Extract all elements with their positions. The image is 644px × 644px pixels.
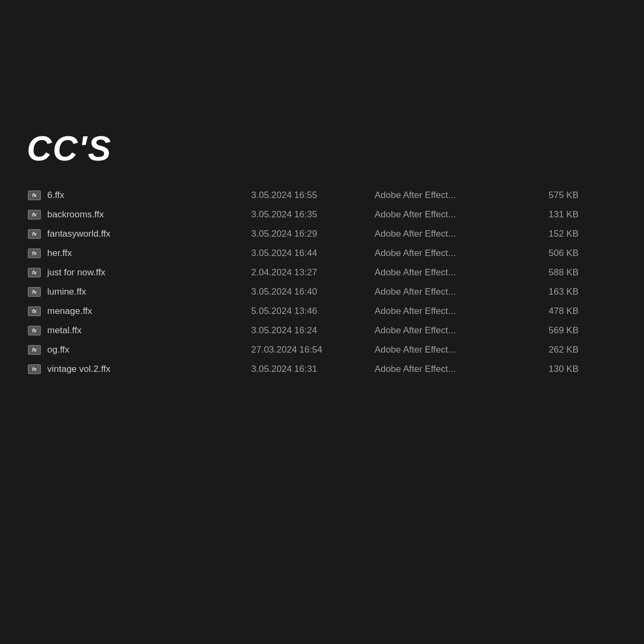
file-row[interactable]: fx og.ffx 27.03.2024 16:54 Adobe After E… [27, 340, 617, 360]
file-type: Adobe After Effect... [375, 287, 525, 297]
file-size: 506 KB [525, 248, 579, 259]
file-name: vintage vol.2.ffx [47, 364, 251, 375]
file-name: backrooms.ffx [47, 209, 251, 220]
fx-icon: fx [28, 287, 41, 297]
file-date: 2.04.2024 13:27 [251, 267, 375, 278]
file-date: 3.05.2024 16:31 [251, 364, 375, 375]
file-name: her.ffx [47, 248, 251, 259]
file-type: Adobe After Effect... [375, 209, 525, 220]
file-date: 3.05.2024 16:44 [251, 248, 375, 259]
file-icon: fx [27, 209, 42, 221]
fx-icon: fx [28, 345, 41, 355]
file-size: 262 KB [525, 345, 579, 355]
file-row[interactable]: fx vintage vol.2.ffx 3.05.2024 16:31 Ado… [27, 360, 617, 379]
file-icon: fx [27, 363, 42, 375]
file-name: just for now.ffx [47, 267, 251, 278]
file-list: fx 6.ffx 3.05.2024 16:55 Adobe After Eff… [27, 186, 617, 379]
file-date: 5.05.2024 13:46 [251, 306, 375, 317]
file-date: 3.05.2024 16:35 [251, 209, 375, 220]
fx-icon: fx [28, 306, 41, 316]
file-name: og.ffx [47, 345, 251, 355]
file-size: 131 KB [525, 209, 579, 220]
page-title: CC'S [27, 129, 617, 169]
file-row[interactable]: fx 6.ffx 3.05.2024 16:55 Adobe After Eff… [27, 186, 617, 205]
file-name: metal.ffx [47, 325, 251, 336]
file-size: 588 KB [525, 267, 579, 278]
file-type: Adobe After Effect... [375, 267, 525, 278]
main-container: CC'S fx 6.ffx 3.05.2024 16:55 Adobe Afte… [0, 0, 644, 379]
file-row[interactable]: fx menage.ffx 5.05.2024 13:46 Adobe Afte… [27, 302, 617, 321]
fx-icon: fx [28, 364, 41, 374]
file-row[interactable]: fx metal.ffx 3.05.2024 16:24 Adobe After… [27, 321, 617, 340]
file-icon: fx [27, 344, 42, 356]
file-date: 3.05.2024 16:40 [251, 287, 375, 297]
file-date: 3.05.2024 16:55 [251, 190, 375, 201]
file-type: Adobe After Effect... [375, 306, 525, 317]
file-row[interactable]: fx just for now.ffx 2.04.2024 13:27 Adob… [27, 263, 617, 282]
file-date: 3.05.2024 16:29 [251, 229, 375, 239]
fx-icon: fx [28, 268, 41, 277]
file-size: 152 KB [525, 229, 579, 239]
file-name: fantasyworld.ffx [47, 229, 251, 239]
file-icon: fx [27, 189, 42, 201]
file-date: 3.05.2024 16:24 [251, 325, 375, 336]
file-icon: fx [27, 286, 42, 298]
file-icon: fx [27, 228, 42, 240]
file-size: 130 KB [525, 364, 579, 375]
fx-icon: fx [28, 191, 41, 200]
file-name: menage.ffx [47, 306, 251, 317]
file-type: Adobe After Effect... [375, 190, 525, 201]
file-type: Adobe After Effect... [375, 345, 525, 355]
fx-icon: fx [28, 326, 41, 335]
file-icon: fx [27, 267, 42, 279]
file-type: Adobe After Effect... [375, 325, 525, 336]
file-row[interactable]: fx fantasyworld.ffx 3.05.2024 16:29 Adob… [27, 224, 617, 244]
file-icon: fx [27, 325, 42, 336]
file-row[interactable]: fx her.ffx 3.05.2024 16:44 Adobe After E… [27, 244, 617, 263]
file-type: Adobe After Effect... [375, 229, 525, 239]
file-size: 569 KB [525, 325, 579, 336]
fx-icon: fx [28, 248, 41, 258]
file-size: 575 KB [525, 190, 579, 201]
file-type: Adobe After Effect... [375, 248, 525, 259]
file-date: 27.03.2024 16:54 [251, 345, 375, 355]
file-size: 478 KB [525, 306, 579, 317]
file-type: Adobe After Effect... [375, 364, 525, 375]
file-name: 6.ffx [47, 190, 251, 201]
file-name: lumine.ffx [47, 287, 251, 297]
fx-icon: fx [28, 229, 41, 239]
file-row[interactable]: fx backrooms.ffx 3.05.2024 16:35 Adobe A… [27, 205, 617, 224]
file-size: 163 KB [525, 287, 579, 297]
file-icon: fx [27, 305, 42, 317]
file-row[interactable]: fx lumine.ffx 3.05.2024 16:40 Adobe Afte… [27, 282, 617, 302]
file-icon: fx [27, 247, 42, 259]
fx-icon: fx [28, 210, 41, 219]
